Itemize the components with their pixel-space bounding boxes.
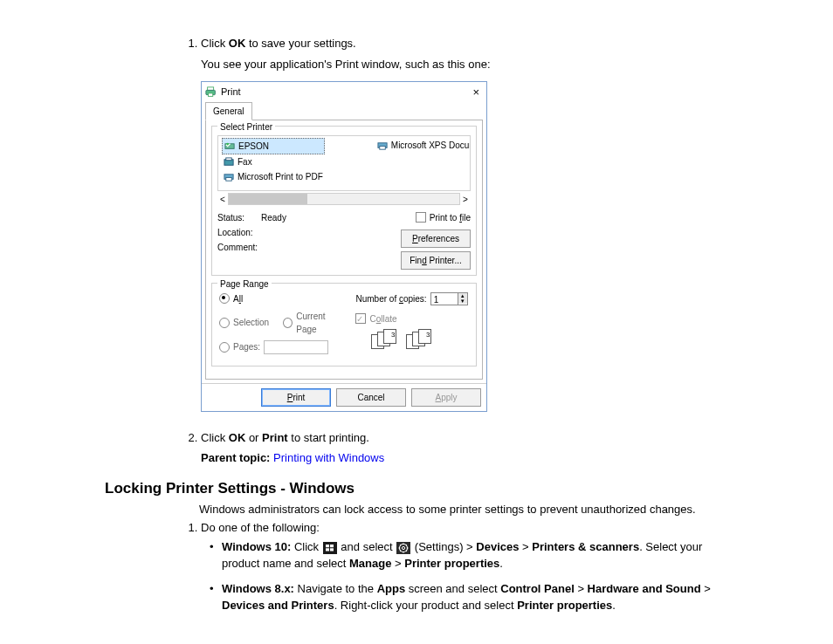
fax-icon	[224, 157, 235, 167]
printer-list-scrollbar[interactable]: < >	[217, 193, 471, 206]
printer-icon	[224, 172, 235, 182]
svg-rect-15	[330, 548, 334, 551]
checkbox-icon: ✓	[355, 313, 366, 324]
bullet-windows-10: Windows 10: Click and select (Settings) …	[210, 539, 728, 572]
step-1: Click OK to save your settings. You see …	[201, 35, 728, 412]
cancel-button[interactable]: Cancel	[336, 388, 406, 407]
scroll-left-icon[interactable]: <	[217, 193, 228, 206]
svg-rect-12	[326, 545, 329, 547]
printer-icon	[377, 140, 389, 150]
printer-icon	[205, 86, 217, 97]
print-dialog-screenshot: Print × General Select Printer EPSON	[201, 81, 728, 412]
svg-rect-8	[226, 177, 231, 181]
group-page-range: Page Range All Selection	[211, 283, 477, 367]
print-button[interactable]: Print	[261, 388, 331, 407]
printer-item-xps[interactable]: Microsoft XPS Document	[375, 138, 471, 153]
radio-icon	[219, 318, 230, 328]
dialog-titlebar: Print ×	[202, 82, 486, 102]
locking-step-1: Do one of the following: Windows 10: Cli…	[201, 521, 728, 613]
parent-topic-link[interactable]: Printing with Windows	[273, 451, 384, 464]
gear-icon	[396, 542, 410, 554]
group-select-printer: Select Printer EPSON Fax	[211, 126, 477, 276]
scroll-right-icon[interactable]: >	[460, 193, 471, 206]
svg-rect-14	[326, 548, 329, 551]
apply-button[interactable]: Apply	[411, 388, 481, 407]
copies-label: Number of copies:	[355, 292, 426, 305]
radio-all[interactable]: All	[219, 292, 343, 305]
svg-line-26	[406, 545, 407, 545]
step-2: Click OK or Print to start printing.	[201, 429, 728, 447]
svg-rect-11	[323, 542, 337, 554]
printer-status-info: Status:Ready Location: Comment:	[217, 211, 401, 270]
svg-rect-0	[208, 87, 214, 91]
parent-topic: Parent topic: Printing with Windows	[175, 451, 728, 464]
print-to-file-checkbox[interactable]: Print to file	[416, 211, 471, 224]
printer-item-pdf[interactable]: Microsoft Print to PDF	[222, 169, 325, 184]
svg-rect-10	[380, 146, 385, 149]
printer-list[interactable]: EPSON Fax Microsoft Print to PDF	[217, 135, 471, 191]
spinner-down-icon[interactable]: ▼	[458, 298, 467, 304]
dialog-title: Print	[221, 85, 241, 99]
tab-general[interactable]: General	[205, 102, 252, 120]
close-icon[interactable]: ×	[469, 86, 483, 98]
pages-input[interactable]	[264, 340, 328, 354]
step-1-text: Click OK to save your settings.	[201, 37, 356, 50]
svg-rect-13	[330, 545, 334, 547]
printer-item-epson[interactable]: EPSON	[222, 138, 325, 154]
bullet-windows-8: Windows 8.x: Navigate to the Apps screen…	[210, 581, 728, 614]
find-printer-button[interactable]: Find Printer...	[401, 251, 471, 270]
collate-checkbox[interactable]: ✓ Collate	[355, 312, 469, 325]
svg-rect-2	[209, 93, 213, 97]
printer-item-fax[interactable]: Fax	[222, 154, 325, 169]
radio-selection[interactable]: Selection	[219, 310, 269, 336]
radio-icon	[219, 342, 230, 353]
windows-start-icon	[323, 542, 337, 554]
step-1-subtext: You see your application's Print window,…	[201, 56, 728, 73]
copies-spinner[interactable]: 1 ▲▼	[430, 292, 468, 305]
svg-line-25	[400, 550, 401, 551]
radio-current-page[interactable]: Current Page	[283, 310, 343, 336]
svg-line-24	[406, 550, 407, 551]
collate-graphic: 1 2 3 1 2 3	[371, 329, 469, 348]
svg-rect-6	[226, 157, 231, 160]
printer-icon	[224, 141, 236, 151]
section-intro: Windows administrators can lock access t…	[199, 503, 728, 516]
svg-line-23	[400, 545, 401, 545]
preferences-button[interactable]: Preferences	[401, 230, 471, 248]
radio-icon	[283, 318, 293, 328]
radio-pages[interactable]: Pages:	[219, 340, 343, 354]
radio-icon	[219, 293, 230, 304]
section-heading: Locking Printer Settings - Windows	[105, 480, 728, 497]
checkbox-icon	[416, 212, 426, 223]
